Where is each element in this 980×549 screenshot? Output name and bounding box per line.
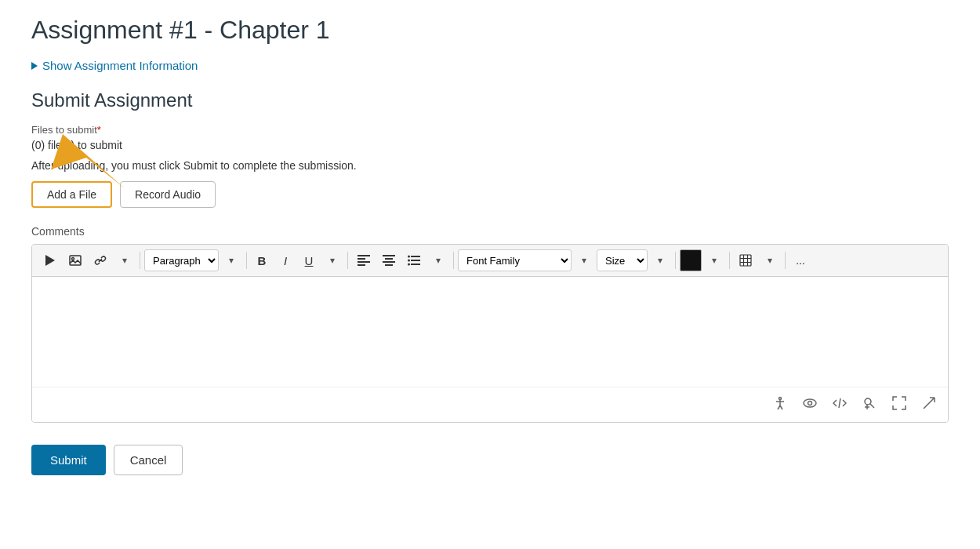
svg-rect-2 xyxy=(70,256,81,265)
paragraph-select[interactable]: Paragraph Heading 1 Heading 2 Heading 3 xyxy=(144,249,219,271)
image-icon-button[interactable] xyxy=(64,249,87,271)
svg-line-27 xyxy=(780,405,782,409)
font-family-select[interactable]: Font Family Arial Times New Roman Courie… xyxy=(458,249,572,271)
italic-button[interactable]: I xyxy=(274,249,296,271)
color-dropdown-button[interactable]: ▾ xyxy=(703,249,725,271)
divider-6 xyxy=(729,252,730,269)
insert-dropdown-button[interactable]: ▾ xyxy=(114,249,136,271)
upload-hint: After uploading, you must click Submit t… xyxy=(31,159,949,172)
divider-7 xyxy=(785,252,786,269)
svg-rect-15 xyxy=(411,260,420,261)
svg-line-30 xyxy=(839,398,840,408)
svg-rect-13 xyxy=(411,256,420,257)
svg-point-29 xyxy=(808,402,812,405)
svg-point-23 xyxy=(779,398,782,400)
table-icon-button[interactable] xyxy=(734,249,757,271)
comments-editor: ▾ Paragraph Heading 1 Heading 2 Heading … xyxy=(31,244,949,423)
table-dropdown-button[interactable]: ▾ xyxy=(759,249,781,271)
find-replace-icon-button[interactable] xyxy=(860,394,879,416)
bold-button[interactable]: B xyxy=(251,249,273,271)
svg-point-28 xyxy=(804,399,816,407)
more-options-button[interactable]: ... xyxy=(789,249,811,271)
show-assignment-link[interactable]: Show Assignment Information xyxy=(31,59,949,72)
font-size-select[interactable]: Size 8 10 12 14 18 24 36 xyxy=(597,249,648,271)
submit-button[interactable]: Submit xyxy=(31,445,106,475)
svg-line-35 xyxy=(924,398,935,409)
visibility-icon-button[interactable] xyxy=(800,394,819,416)
paragraph-dropdown-button[interactable]: ▾ xyxy=(220,249,242,271)
list-dropdown-button[interactable]: ▾ xyxy=(427,249,449,271)
align-center-button[interactable] xyxy=(377,249,401,271)
svg-rect-9 xyxy=(385,258,393,260)
editor-toolbar: ▾ Paragraph Heading 1 Heading 2 Heading … xyxy=(32,245,948,277)
svg-marker-1 xyxy=(45,255,55,266)
svg-point-14 xyxy=(408,260,410,262)
font-family-dropdown-button[interactable]: ▾ xyxy=(573,249,595,271)
comments-label: Comments xyxy=(31,225,949,238)
svg-rect-7 xyxy=(358,264,365,266)
svg-rect-11 xyxy=(385,264,393,266)
svg-point-16 xyxy=(408,264,410,266)
resize-icon-button[interactable] xyxy=(920,394,938,416)
svg-marker-0 xyxy=(51,134,125,189)
editor-body[interactable] xyxy=(32,277,948,387)
file-buttons-container: Add a File Record Audio xyxy=(31,181,949,208)
files-label: Files to submit* xyxy=(31,124,949,136)
text-color-button[interactable] xyxy=(680,249,702,271)
link-icon-button[interactable] xyxy=(89,249,112,271)
svg-point-31 xyxy=(865,398,871,405)
show-assignment-label: Show Assignment Information xyxy=(42,59,198,72)
svg-rect-8 xyxy=(383,255,395,256)
svg-rect-6 xyxy=(358,261,370,263)
editor-footer xyxy=(32,387,948,422)
chevron-right-icon xyxy=(31,62,38,70)
record-audio-button[interactable]: Record Audio xyxy=(120,181,216,208)
format-dropdown-button[interactable]: ▾ xyxy=(321,249,343,271)
files-count: (0) file(s) to submit xyxy=(31,139,949,151)
svg-rect-17 xyxy=(411,264,420,265)
arrow-annotation xyxy=(39,126,133,197)
divider-2 xyxy=(246,252,247,269)
divider-4 xyxy=(453,252,454,269)
divider-5 xyxy=(675,252,676,269)
svg-line-26 xyxy=(778,405,780,409)
svg-point-12 xyxy=(408,256,410,258)
svg-line-32 xyxy=(870,404,874,408)
divider-1 xyxy=(140,252,140,269)
svg-rect-5 xyxy=(358,258,365,260)
fullscreen-icon-button[interactable] xyxy=(890,394,909,416)
accessibility-icon-button[interactable] xyxy=(771,394,789,416)
cancel-button[interactable]: Cancel xyxy=(114,445,183,475)
svg-rect-18 xyxy=(740,255,751,266)
divider-3 xyxy=(347,252,348,269)
svg-rect-4 xyxy=(358,255,370,256)
font-size-dropdown-button[interactable]: ▾ xyxy=(649,249,671,271)
media-icon-button[interactable] xyxy=(38,249,62,271)
svg-rect-10 xyxy=(383,261,395,263)
list-button[interactable] xyxy=(402,249,426,271)
action-buttons: Submit Cancel xyxy=(31,445,949,475)
section-title: Submit Assignment xyxy=(31,89,949,111)
page-title: Assignment #1 - Chapter 1 xyxy=(31,16,949,45)
underline-button[interactable]: U xyxy=(298,249,320,271)
align-left-button[interactable] xyxy=(352,249,376,271)
code-icon-button[interactable] xyxy=(830,394,849,416)
